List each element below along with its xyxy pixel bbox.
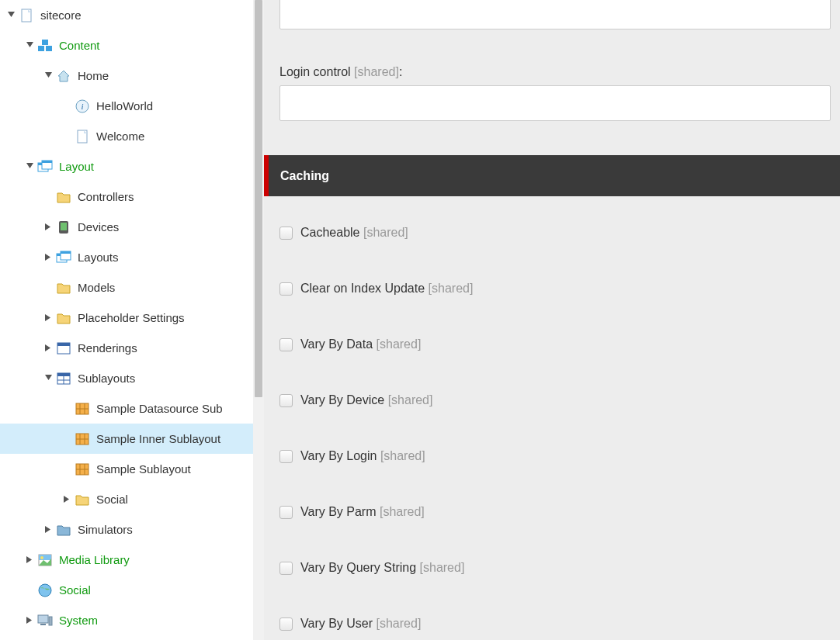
- tree-label: Content: [59, 39, 100, 52]
- svg-marker-53: [57, 526, 70, 535]
- checkbox[interactable]: [279, 450, 293, 463]
- tree-scrollbar[interactable]: [253, 0, 264, 640]
- checkbox[interactable]: [279, 338, 293, 351]
- tree-item-welcome[interactable]: Welcome: [0, 121, 253, 151]
- svg-marker-18: [57, 193, 70, 202]
- svg-rect-4: [42, 40, 48, 45]
- collapse-icon[interactable]: [25, 617, 34, 624]
- checkbox-row-cacheable[interactable]: Cacheable [shared]: [279, 226, 840, 240]
- svg-marker-0: [8, 12, 15, 17]
- svg-rect-17: [42, 161, 52, 163]
- windows-icon: [56, 250, 71, 265]
- svg-marker-7: [45, 72, 52, 78]
- checkbox[interactable]: [279, 227, 293, 240]
- input-field-top[interactable]: [279, 0, 831, 29]
- checkbox[interactable]: [279, 506, 293, 519]
- tree-label: Sample Datasource Sub: [96, 402, 223, 415]
- tree-item-renderings[interactable]: Renderings: [0, 333, 253, 363]
- tree-item-sample-sublayout[interactable]: Sample Sublayout: [0, 454, 253, 484]
- checkbox[interactable]: [279, 282, 293, 296]
- collapse-icon[interactable]: [43, 526, 53, 533]
- globe-icon: [37, 583, 53, 598]
- tree-label: Media Library: [59, 553, 130, 566]
- info-icon: i: [75, 99, 90, 114]
- tree-item-helloworld[interactable]: i HelloWorld: [0, 91, 253, 121]
- svg-marker-3: [26, 42, 33, 47]
- tree-item-layouts[interactable]: Layouts: [0, 242, 253, 272]
- svg-marker-54: [26, 556, 32, 563]
- tree-item-models[interactable]: Models: [0, 272, 253, 303]
- tree-label: Sample Sublayout: [96, 462, 191, 476]
- tree-label: Social: [59, 583, 91, 597]
- tree-item-layout[interactable]: Layout: [0, 151, 253, 182]
- svg-marker-33: [45, 375, 52, 380]
- tree-label: Sublayouts: [78, 372, 135, 385]
- checkbox-row-clear-on-index[interactable]: Clear on Index Update [shared]: [279, 282, 840, 296]
- computer-icon: [37, 613, 53, 628]
- tree-item-content[interactable]: Content: [0, 30, 253, 61]
- tree-item-placeholder-settings[interactable]: Placeholder Settings: [0, 303, 253, 333]
- expand-icon[interactable]: [25, 163, 34, 170]
- tree-item-social[interactable]: Social: [0, 575, 253, 605]
- tree-item-sample-datasource-sub[interactable]: Sample Datasource Sub: [0, 393, 253, 424]
- collapse-icon[interactable]: [43, 314, 53, 321]
- section-header-caching[interactable]: Caching: [264, 155, 840, 196]
- tree-item-sitecore[interactable]: sitecore: [0, 0, 253, 30]
- folder-icon: [56, 189, 71, 205]
- svg-marker-22: [45, 254, 50, 261]
- tree-item-sublayouts[interactable]: Sublayouts: [0, 363, 253, 393]
- home-icon: [56, 68, 71, 84]
- scrollbar-thumb[interactable]: [255, 0, 262, 397]
- svg-marker-51: [76, 496, 89, 505]
- expand-icon[interactable]: [6, 12, 16, 19]
- folder-icon: [75, 492, 90, 507]
- tree-item-system[interactable]: System: [0, 605, 253, 635]
- checkbox-row-vary-by-user[interactable]: Vary By User [shared]: [279, 617, 840, 631]
- collapse-icon[interactable]: [43, 254, 53, 261]
- document-icon: [75, 129, 90, 144]
- collapse-icon[interactable]: [43, 223, 53, 230]
- checkbox-row-vary-by-data[interactable]: Vary By Data [shared]: [279, 337, 840, 351]
- grid-icon: [56, 371, 71, 386]
- checkbox[interactable]: [279, 562, 293, 575]
- caching-options: Cacheable [shared] Clear on Index Update…: [279, 226, 840, 631]
- svg-marker-19: [45, 223, 50, 230]
- folder-icon: [56, 310, 71, 326]
- svg-rect-5: [38, 46, 44, 51]
- svg-rect-21: [61, 223, 67, 230]
- collapse-icon[interactable]: [62, 496, 71, 503]
- checkbox[interactable]: [279, 394, 293, 407]
- expand-icon[interactable]: [25, 42, 34, 49]
- tree-item-controllers[interactable]: Controllers: [0, 182, 253, 212]
- checkbox[interactable]: [279, 618, 293, 631]
- tree-label: Welcome: [96, 130, 144, 143]
- tree-item-media-library[interactable]: Media Library: [0, 545, 253, 575]
- expand-icon[interactable]: [43, 72, 53, 79]
- tree-item-social-folder[interactable]: Social: [0, 484, 253, 514]
- checkbox-row-vary-by-device[interactable]: Vary By Device [shared]: [279, 393, 840, 407]
- checkbox-row-vary-by-parm[interactable]: Vary By Parm [shared]: [279, 505, 840, 519]
- folder-blue-icon: [56, 522, 71, 538]
- tree-label: Social: [96, 493, 128, 506]
- svg-marker-27: [57, 284, 70, 293]
- content-area: Login control [shared]: Caching Cacheabl…: [264, 0, 840, 640]
- tree-label: Renderings: [78, 341, 137, 355]
- field-label-login-control: Login control [shared]:: [279, 65, 840, 79]
- tree-item-devices[interactable]: Devices: [0, 212, 253, 242]
- tree-item-home[interactable]: Home: [0, 61, 253, 91]
- collapse-icon[interactable]: [43, 344, 53, 351]
- checkbox-row-vary-by-login[interactable]: Vary By Login [shared]: [279, 449, 840, 463]
- cubes-icon: [37, 38, 53, 54]
- svg-marker-13: [26, 163, 33, 168]
- collapse-icon[interactable]: [25, 556, 34, 563]
- login-control-input[interactable]: [279, 85, 831, 121]
- tree-label: System: [59, 614, 98, 627]
- svg-rect-61: [38, 615, 48, 623]
- tree-item-sample-inner-sublayout[interactable]: Sample Inner Sublayout: [0, 424, 253, 454]
- checkbox-row-vary-by-query[interactable]: Vary By Query String [shared]: [279, 561, 840, 575]
- tree-item-simulators[interactable]: Simulators: [0, 514, 253, 545]
- svg-point-59: [39, 584, 51, 597]
- pda-icon: [56, 220, 71, 235]
- svg-rect-6: [46, 46, 52, 51]
- expand-icon[interactable]: [43, 375, 53, 382]
